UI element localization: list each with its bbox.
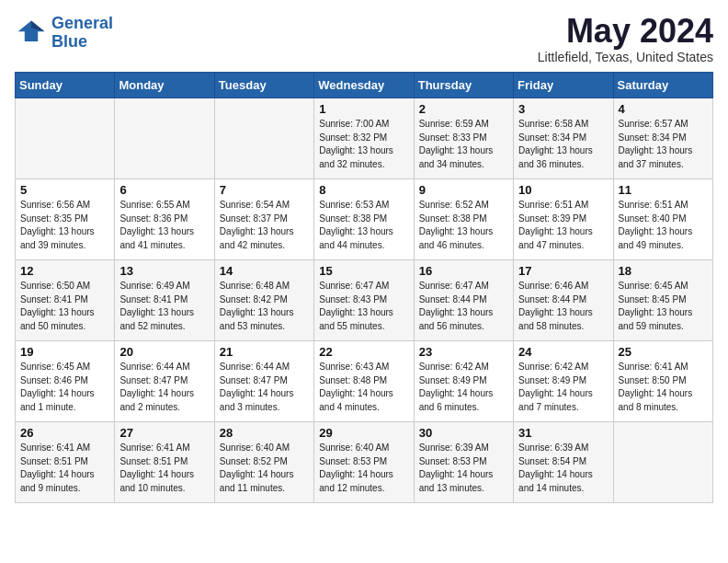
day-info: Sunrise: 6:51 AM Sunset: 8:39 PM Dayligh… xyxy=(518,199,608,252)
day-number: 26 xyxy=(20,426,109,440)
day-info: Sunrise: 6:48 AM Sunset: 8:42 PM Dayligh… xyxy=(220,280,309,333)
day-number: 17 xyxy=(518,264,608,278)
day-number: 28 xyxy=(220,426,309,440)
calendar-cell: 5Sunrise: 6:56 AM Sunset: 8:35 PM Daylig… xyxy=(16,179,115,260)
calendar-cell: 1Sunrise: 7:00 AM Sunset: 8:32 PM Daylig… xyxy=(314,98,414,179)
day-number: 21 xyxy=(220,345,309,359)
weekday-header: Saturday xyxy=(613,73,712,98)
day-number: 13 xyxy=(119,264,209,278)
day-info: Sunrise: 6:59 AM Sunset: 8:33 PM Dayligh… xyxy=(419,118,508,171)
calendar-cell: 29Sunrise: 6:40 AM Sunset: 8:53 PM Dayli… xyxy=(314,422,414,503)
calendar-cell: 14Sunrise: 6:48 AM Sunset: 8:42 PM Dayli… xyxy=(214,260,313,341)
location: Littlefield, Texas, United States xyxy=(538,50,713,64)
day-info: Sunrise: 6:52 AM Sunset: 8:38 PM Dayligh… xyxy=(419,199,508,252)
day-info: Sunrise: 6:53 AM Sunset: 8:38 PM Dayligh… xyxy=(319,199,408,252)
calendar-week-row: 19Sunrise: 6:45 AM Sunset: 8:46 PM Dayli… xyxy=(16,341,713,422)
day-number: 4 xyxy=(619,102,708,116)
day-number: 9 xyxy=(419,183,508,197)
weekday-header: Monday xyxy=(115,73,214,98)
logo: General Blue xyxy=(15,15,113,52)
calendar-cell: 24Sunrise: 6:42 AM Sunset: 8:49 PM Dayli… xyxy=(514,341,613,422)
weekday-header-row: SundayMondayTuesdayWednesdayThursdayFrid… xyxy=(16,73,713,98)
calendar-cell: 20Sunrise: 6:44 AM Sunset: 8:47 PM Dayli… xyxy=(115,341,214,422)
day-info: Sunrise: 6:39 AM Sunset: 8:54 PM Dayligh… xyxy=(518,442,608,495)
day-number: 10 xyxy=(518,183,608,197)
day-info: Sunrise: 6:41 AM Sunset: 8:51 PM Dayligh… xyxy=(20,442,109,495)
day-info: Sunrise: 6:51 AM Sunset: 8:40 PM Dayligh… xyxy=(619,199,708,252)
day-info: Sunrise: 6:46 AM Sunset: 8:44 PM Dayligh… xyxy=(518,280,608,333)
day-info: Sunrise: 6:42 AM Sunset: 8:49 PM Dayligh… xyxy=(419,361,508,414)
day-info: Sunrise: 6:47 AM Sunset: 8:44 PM Dayligh… xyxy=(419,280,508,333)
calendar-cell: 11Sunrise: 6:51 AM Sunset: 8:40 PM Dayli… xyxy=(613,179,712,260)
day-info: Sunrise: 6:44 AM Sunset: 8:47 PM Dayligh… xyxy=(220,361,309,414)
day-number: 31 xyxy=(518,426,608,440)
day-number: 16 xyxy=(419,264,508,278)
calendar-cell: 2Sunrise: 6:59 AM Sunset: 8:33 PM Daylig… xyxy=(414,98,513,179)
day-info: Sunrise: 6:42 AM Sunset: 8:49 PM Dayligh… xyxy=(518,361,608,414)
weekday-header: Wednesday xyxy=(314,73,414,98)
calendar-table: SundayMondayTuesdayWednesdayThursdayFrid… xyxy=(15,72,713,503)
day-number: 11 xyxy=(619,183,708,197)
calendar-cell: 13Sunrise: 6:49 AM Sunset: 8:41 PM Dayli… xyxy=(115,260,214,341)
logo-icon xyxy=(15,17,48,50)
calendar-cell xyxy=(613,422,712,503)
day-number: 23 xyxy=(419,345,508,359)
weekday-header: Sunday xyxy=(16,73,115,98)
day-info: Sunrise: 6:54 AM Sunset: 8:37 PM Dayligh… xyxy=(220,199,309,252)
calendar-cell: 28Sunrise: 6:40 AM Sunset: 8:52 PM Dayli… xyxy=(214,422,313,503)
day-number: 12 xyxy=(20,264,109,278)
day-number: 24 xyxy=(518,345,608,359)
calendar-cell: 19Sunrise: 6:45 AM Sunset: 8:46 PM Dayli… xyxy=(16,341,115,422)
day-info: Sunrise: 6:50 AM Sunset: 8:41 PM Dayligh… xyxy=(20,280,109,333)
day-info: Sunrise: 6:41 AM Sunset: 8:51 PM Dayligh… xyxy=(119,442,209,495)
day-info: Sunrise: 6:39 AM Sunset: 8:53 PM Dayligh… xyxy=(419,442,508,495)
day-info: Sunrise: 6:56 AM Sunset: 8:35 PM Dayligh… xyxy=(20,199,109,252)
day-number: 19 xyxy=(20,345,109,359)
page-header: General Blue May 2024 Littlefield, Texas… xyxy=(15,15,713,64)
day-info: Sunrise: 7:00 AM Sunset: 8:32 PM Dayligh… xyxy=(319,118,408,171)
calendar-week-row: 26Sunrise: 6:41 AM Sunset: 8:51 PM Dayli… xyxy=(16,422,713,503)
day-number: 7 xyxy=(220,183,309,197)
calendar-cell: 30Sunrise: 6:39 AM Sunset: 8:53 PM Dayli… xyxy=(414,422,513,503)
day-info: Sunrise: 6:40 AM Sunset: 8:53 PM Dayligh… xyxy=(319,442,408,495)
day-number: 6 xyxy=(119,183,209,197)
calendar-cell: 4Sunrise: 6:57 AM Sunset: 8:34 PM Daylig… xyxy=(613,98,712,179)
day-number: 15 xyxy=(319,264,408,278)
calendar-week-row: 1Sunrise: 7:00 AM Sunset: 8:32 PM Daylig… xyxy=(16,98,713,179)
weekday-header: Friday xyxy=(514,73,613,98)
day-number: 1 xyxy=(319,102,408,116)
calendar-week-row: 5Sunrise: 6:56 AM Sunset: 8:35 PM Daylig… xyxy=(16,179,713,260)
weekday-header: Tuesday xyxy=(214,73,313,98)
day-number: 27 xyxy=(119,426,209,440)
calendar-cell: 18Sunrise: 6:45 AM Sunset: 8:45 PM Dayli… xyxy=(613,260,712,341)
day-info: Sunrise: 6:49 AM Sunset: 8:41 PM Dayligh… xyxy=(119,280,209,333)
calendar-cell: 17Sunrise: 6:46 AM Sunset: 8:44 PM Dayli… xyxy=(514,260,613,341)
calendar-cell: 16Sunrise: 6:47 AM Sunset: 8:44 PM Dayli… xyxy=(414,260,513,341)
calendar-cell: 9Sunrise: 6:52 AM Sunset: 8:38 PM Daylig… xyxy=(414,179,513,260)
day-info: Sunrise: 6:45 AM Sunset: 8:45 PM Dayligh… xyxy=(619,280,708,333)
calendar-cell: 25Sunrise: 6:41 AM Sunset: 8:50 PM Dayli… xyxy=(613,341,712,422)
day-number: 14 xyxy=(220,264,309,278)
calendar-cell: 22Sunrise: 6:43 AM Sunset: 8:48 PM Dayli… xyxy=(314,341,414,422)
day-number: 3 xyxy=(518,102,608,116)
day-number: 29 xyxy=(319,426,408,440)
calendar-cell: 12Sunrise: 6:50 AM Sunset: 8:41 PM Dayli… xyxy=(16,260,115,341)
calendar-cell: 31Sunrise: 6:39 AM Sunset: 8:54 PM Dayli… xyxy=(514,422,613,503)
month-title: May 2024 xyxy=(538,15,713,48)
calendar-cell: 26Sunrise: 6:41 AM Sunset: 8:51 PM Dayli… xyxy=(16,422,115,503)
calendar-cell: 23Sunrise: 6:42 AM Sunset: 8:49 PM Dayli… xyxy=(414,341,513,422)
calendar-cell: 7Sunrise: 6:54 AM Sunset: 8:37 PM Daylig… xyxy=(214,179,313,260)
day-number: 2 xyxy=(419,102,508,116)
day-number: 22 xyxy=(319,345,408,359)
weekday-header: Thursday xyxy=(414,73,513,98)
day-number: 5 xyxy=(20,183,109,197)
day-info: Sunrise: 6:57 AM Sunset: 8:34 PM Dayligh… xyxy=(619,118,708,171)
day-info: Sunrise: 6:40 AM Sunset: 8:52 PM Dayligh… xyxy=(220,442,309,495)
calendar-cell xyxy=(214,98,313,179)
day-info: Sunrise: 6:58 AM Sunset: 8:34 PM Dayligh… xyxy=(518,118,608,171)
calendar-cell: 6Sunrise: 6:55 AM Sunset: 8:36 PM Daylig… xyxy=(115,179,214,260)
calendar-cell xyxy=(16,98,115,179)
day-info: Sunrise: 6:41 AM Sunset: 8:50 PM Dayligh… xyxy=(619,361,708,414)
day-number: 25 xyxy=(619,345,708,359)
logo-text: General Blue xyxy=(51,15,113,52)
